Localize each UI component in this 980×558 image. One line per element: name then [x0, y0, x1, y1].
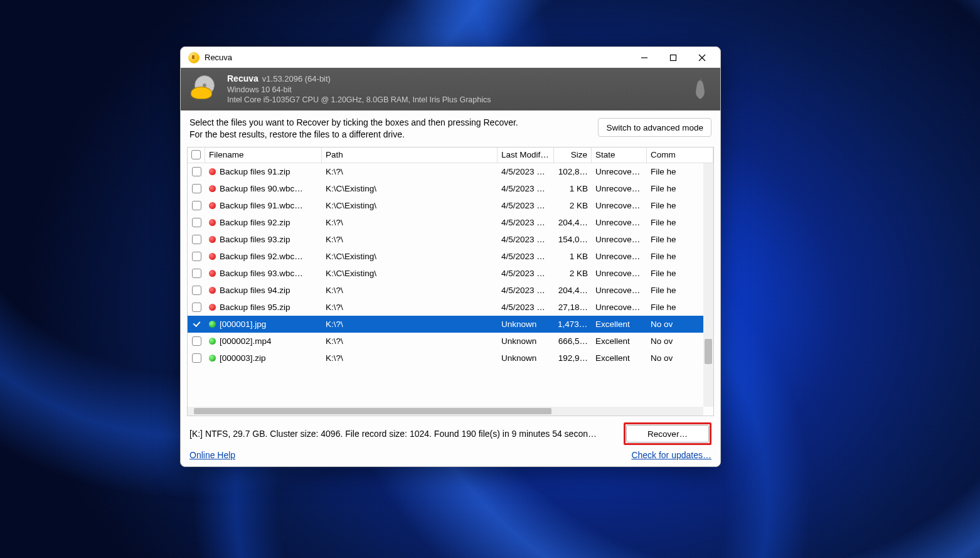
table-row[interactable]: Backup files 90.wbc…K:\C\Existing\4/5/20… [188, 180, 713, 197]
row-checkbox-cell[interactable] [188, 184, 205, 193]
table-row[interactable]: Backup files 94.zipK:\?\4/5/2023 …204,4…… [188, 282, 713, 299]
row-modified: 4/5/2023 … [498, 218, 554, 227]
online-help-link[interactable]: Online Help [189, 450, 235, 460]
status-dot-icon [209, 185, 216, 192]
header-modified[interactable]: Last Modif… [498, 148, 554, 163]
table-row[interactable]: Backup files 92.zipK:\?\4/5/2023 …204,4…… [188, 214, 713, 231]
table-row[interactable]: [000001].jpgK:\?\Unknown1,473 …Excellent… [188, 316, 713, 333]
table-row[interactable]: [000002].mp4K:\?\Unknown666,5…ExcellentN… [188, 333, 713, 350]
row-path: K:\?\ [322, 167, 498, 176]
horizontal-scroll-thumb[interactable] [194, 408, 551, 414]
row-size: 27,18… [554, 303, 592, 312]
table-row[interactable]: [000003].zipK:\?\Unknown192,9…ExcellentN… [188, 350, 713, 367]
titlebar[interactable]: Recuva [181, 47, 720, 68]
header-comment[interactable]: Comm [647, 148, 713, 163]
row-state: Unrecove… [592, 167, 647, 176]
row-checkbox[interactable] [192, 319, 201, 329]
header-text: Recuva v1.53.2096 (64-bit) Windows 10 64… [227, 73, 491, 106]
header-state[interactable]: State [592, 148, 647, 163]
row-checkbox[interactable] [192, 218, 201, 227]
status-dot-icon [209, 304, 216, 311]
row-checkbox[interactable] [192, 167, 201, 176]
instructions-text: Select the files you want to Recover by … [189, 117, 585, 141]
row-size: 666,5… [554, 336, 592, 346]
row-modified: 4/5/2023 … [498, 252, 554, 261]
hardware-info: Intel Core i5-1035G7 CPU @ 1.20GHz, 8.0G… [227, 95, 491, 105]
maximize-icon [669, 54, 677, 62]
row-checkbox-cell[interactable] [188, 235, 205, 244]
row-checkbox-cell[interactable] [188, 303, 205, 312]
maximize-button[interactable] [659, 48, 688, 68]
recuva-logo-icon [191, 75, 218, 103]
row-checkbox-cell[interactable] [188, 286, 205, 295]
row-state: Excellent [592, 336, 647, 346]
table-row[interactable]: Backup files 95.zipK:\?\4/5/2023 …27,18…… [188, 299, 713, 316]
row-state: Unrecove… [592, 235, 647, 244]
header-path[interactable]: Path [322, 148, 498, 163]
header-filename[interactable]: Filename [205, 148, 322, 163]
svg-rect-1 [671, 55, 676, 60]
vertical-scroll-thumb[interactable] [705, 339, 712, 364]
app-name: Recuva [227, 73, 258, 85]
row-checkbox[interactable] [192, 269, 201, 278]
table-body: Backup files 91.zipK:\?\4/5/2023 …102,8…… [188, 163, 713, 416]
header-size[interactable]: Size [554, 148, 592, 163]
status-dot-icon [209, 168, 216, 175]
row-checkbox-cell[interactable] [188, 201, 205, 210]
status-dot-icon [209, 287, 216, 294]
row-filename: Backup files 91.wbc… [205, 201, 322, 210]
recover-button[interactable]: Recover… [626, 425, 709, 443]
vertical-scrollbar[interactable] [703, 163, 713, 407]
row-modified: 4/5/2023 … [498, 286, 554, 295]
row-checkbox[interactable] [192, 303, 201, 312]
close-button[interactable] [688, 48, 716, 68]
status-dot-icon [209, 321, 216, 328]
footer: Online Help Check for updates… [181, 445, 720, 466]
row-path: K:\?\ [322, 336, 498, 346]
row-size: 192,9… [554, 353, 592, 363]
row-filename: Backup files 92.wbc… [205, 252, 322, 261]
row-checkbox-cell[interactable] [188, 167, 205, 176]
row-checkbox-cell[interactable] [188, 252, 205, 261]
recuva-window: Recuva Recuva v1.53.2096 (64-bit) Window… [180, 46, 721, 467]
row-checkbox-cell[interactable] [188, 269, 205, 278]
row-filename: Backup files 93.zip [205, 235, 322, 244]
row-checkbox[interactable] [192, 201, 201, 210]
row-filename: Backup files 95.zip [205, 303, 322, 312]
status-dot-icon [209, 219, 216, 226]
table-row[interactable]: Backup files 92.wbc…K:\C\Existing\4/5/20… [188, 248, 713, 265]
status-dot-icon [209, 338, 216, 345]
minimize-button[interactable] [630, 48, 659, 68]
row-state: Excellent [592, 353, 647, 363]
row-checkbox-cell[interactable] [188, 319, 205, 329]
row-path: K:\?\ [322, 319, 498, 329]
row-size: 204,4… [554, 218, 592, 227]
row-checkbox[interactable] [192, 286, 201, 295]
instructions-bar: Select the files you want to Recover by … [181, 110, 720, 143]
table-row[interactable]: Backup files 91.zipK:\?\4/5/2023 …102,8…… [188, 163, 713, 180]
header-checkbox[interactable] [188, 148, 205, 163]
row-checkbox-cell[interactable] [188, 218, 205, 227]
table-row[interactable]: Backup files 91.wbc…K:\C\Existing\4/5/20… [188, 197, 713, 214]
recover-button-highlight: Recover… [624, 422, 711, 445]
table-row[interactable]: Backup files 93.zipK:\?\4/5/2023 …154,0…… [188, 231, 713, 248]
os-info: Windows 10 64-bit [227, 85, 491, 95]
row-checkbox[interactable] [192, 184, 201, 193]
check-updates-link[interactable]: Check for updates… [631, 450, 711, 460]
row-checkbox[interactable] [192, 353, 201, 363]
row-checkbox-cell[interactable] [188, 336, 205, 346]
row-checkbox-cell[interactable] [188, 353, 205, 363]
row-checkbox[interactable] [192, 235, 201, 244]
row-size: 1 KB [554, 252, 592, 261]
row-state: Unrecove… [592, 303, 647, 312]
advanced-mode-button[interactable]: Switch to advanced mode [598, 118, 711, 137]
row-checkbox[interactable] [192, 336, 201, 346]
app-icon [188, 52, 200, 63]
row-size: 2 KB [554, 269, 592, 278]
table-row[interactable]: Backup files 93.wbc…K:\C\Existing\4/5/20… [188, 265, 713, 282]
row-checkbox[interactable] [192, 252, 201, 261]
horizontal-scrollbar[interactable] [188, 407, 703, 416]
close-icon [698, 54, 706, 62]
row-size: 2 KB [554, 201, 592, 210]
row-filename: Backup files 92.zip [205, 218, 322, 227]
